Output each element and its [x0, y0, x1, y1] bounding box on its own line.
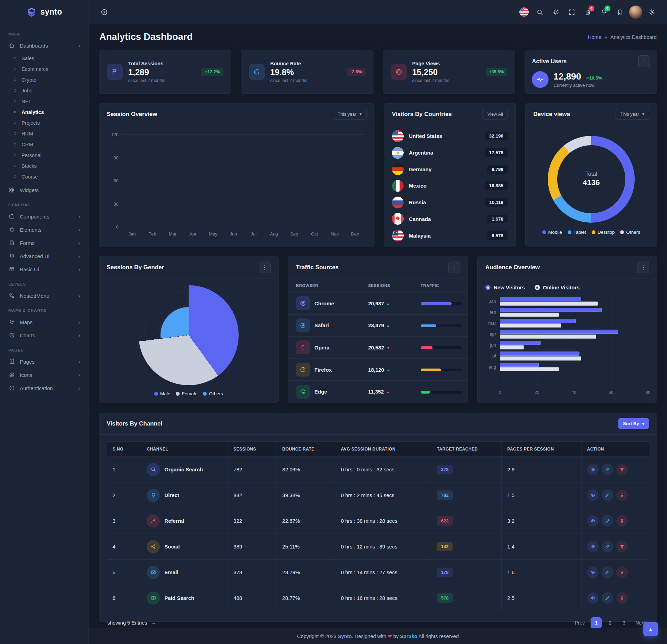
sidebar-item-elements[interactable]: Elements›: [5, 223, 84, 236]
fullscreen-button[interactable]: [565, 5, 579, 19]
synto-link[interactable]: Synto: [338, 634, 352, 639]
session-range-select[interactable]: This year▾: [333, 109, 367, 119]
action-cell: [581, 508, 649, 534]
target-cell: 142: [431, 534, 502, 560]
view-button[interactable]: [587, 464, 599, 475]
view-all-button[interactable]: View All: [483, 109, 508, 119]
logo[interactable]: synto: [0, 0, 89, 24]
country-row-mx[interactable]: Mexico16,885: [392, 180, 508, 192]
sidebar-item-components[interactable]: Components›: [5, 210, 84, 223]
legend-online-visitors[interactable]: Online Visitors: [535, 284, 580, 290]
sidebar-toggle-button[interactable]: [97, 5, 111, 19]
ru-flag-icon: [392, 197, 404, 208]
delete-button[interactable]: [616, 592, 628, 604]
theme-toggle-button[interactable]: [549, 5, 563, 19]
sort-by-button[interactable]: Sort By▾: [618, 418, 649, 429]
nav-section-label: MAPS & CHARTS: [8, 308, 80, 313]
pagination-page-3[interactable]: 3: [618, 617, 629, 628]
breadcrumb-home-link[interactable]: Home: [588, 34, 601, 40]
nav-section-label: LEVELS: [8, 282, 80, 286]
cart-button[interactable]: 4: [581, 5, 595, 19]
language-button[interactable]: [517, 5, 531, 19]
edit-button[interactable]: [602, 592, 613, 604]
sidebar: synto MAINDashboards›SalesEcommerceCrypt…: [0, 0, 89, 644]
view-button[interactable]: [587, 541, 599, 552]
sidebar-item-basic-ui[interactable]: Basic Ui›: [5, 263, 84, 276]
country-row-ca[interactable]: Cannada1,678: [392, 213, 508, 225]
sidebar-item-authentication[interactable]: Authentication›: [5, 381, 84, 395]
pagination-page-2[interactable]: 2: [604, 617, 616, 628]
kebab-menu-icon[interactable]: ⋮: [638, 55, 650, 67]
progress-fill: [421, 346, 433, 349]
device-range-select[interactable]: This year▾: [616, 109, 649, 119]
sidebar-item-icons[interactable]: Icons›: [5, 368, 84, 381]
kebab-menu-icon[interactable]: ⋮: [448, 262, 460, 273]
sidebar-subitem-course[interactable]: Course: [10, 171, 84, 182]
progress-track: [421, 346, 462, 349]
bar: [500, 335, 596, 339]
sidebar-subitem-sales[interactable]: Sales: [10, 53, 84, 64]
legend-new-visitors[interactable]: New Visitors: [485, 284, 525, 290]
delete-button[interactable]: [616, 541, 628, 552]
chevron-right-icon: ›: [78, 293, 80, 299]
sidebar-subitem-hrm[interactable]: HRM: [10, 128, 84, 139]
edit-button[interactable]: [602, 489, 613, 501]
pagination-page-1[interactable]: 1: [591, 617, 602, 628]
search-button[interactable]: [533, 5, 547, 19]
edit-button[interactable]: [602, 515, 613, 527]
sidebar-subitem-ecommerce[interactable]: Ecommerce: [10, 64, 84, 74]
view-button[interactable]: [587, 567, 599, 578]
view-button[interactable]: [587, 489, 599, 501]
settings-button[interactable]: [645, 5, 659, 19]
sidebar-subitem-nft[interactable]: NFT: [10, 96, 84, 107]
view-button[interactable]: [587, 592, 599, 604]
sidebar-item-maps[interactable]: Maps›: [5, 315, 84, 329]
sidebar-subitem-projects[interactable]: Projects: [10, 117, 84, 128]
ca-flag-icon: [392, 213, 404, 225]
edit-button[interactable]: [602, 464, 613, 475]
sidebar-item-charts[interactable]: Charts›: [5, 329, 84, 342]
sidebar-subitem-crypto[interactable]: Crypto: [10, 74, 84, 85]
view-button[interactable]: [587, 515, 599, 527]
country-name: Cannada: [409, 216, 431, 222]
chevron-right-icon: ›: [78, 385, 80, 391]
delete-button[interactable]: [616, 464, 628, 475]
country-row-my[interactable]: Malaysia6,578: [392, 230, 508, 241]
delete-button[interactable]: [616, 567, 628, 578]
delete-button[interactable]: [616, 515, 628, 527]
email-icon: [147, 566, 160, 579]
sidebar-item-widgets[interactable]: Widgets: [5, 183, 84, 197]
sidebar-item-nestedmenu[interactable]: NestedMenu›: [5, 289, 84, 302]
notifications-button[interactable]: 4: [597, 5, 611, 19]
spruko-link[interactable]: Spruko: [400, 634, 417, 639]
sidebar-item-advanced-ui[interactable]: Advanced Ui›: [5, 249, 84, 263]
sidebar-subitem-analytics[interactable]: Analytics: [10, 107, 84, 117]
sidebar-item-dashboards[interactable]: Dashboards›: [5, 39, 84, 52]
audience-chart: Janfebmaraprjunjulaug: [484, 295, 648, 388]
bullet-icon: [14, 111, 16, 113]
sidebar-item-forms[interactable]: Forms›: [5, 236, 84, 249]
pagination-prev[interactable]: Prev: [571, 617, 588, 628]
audience-row-apr: apr: [484, 329, 648, 339]
edit-button[interactable]: [602, 541, 613, 552]
country-row-us[interactable]: United States32,190: [392, 130, 508, 142]
sidebar-item-pages[interactable]: Pages›: [5, 355, 84, 368]
bounce-rate-cell: 22.67%: [277, 508, 335, 534]
country-value: 16,885: [485, 181, 508, 190]
sidebar-subitem-stocks[interactable]: Stocks: [10, 160, 84, 171]
country-row-ar[interactable]: Argentina17,578: [392, 147, 508, 159]
sidebar-subitem-crm[interactable]: CRM: [10, 139, 84, 150]
stat-value: 19.8%: [270, 67, 341, 77]
kebab-menu-icon[interactable]: ⋮: [259, 262, 271, 273]
country-row-de[interactable]: Germany8,798: [392, 163, 508, 175]
scroll-to-top-button[interactable]: ▲: [643, 622, 658, 636]
edit-button[interactable]: [602, 567, 613, 578]
duration-cell: 0 hrs : 0 mins : 32 secs: [335, 457, 431, 482]
sidebar-subitem-jobs[interactable]: Jobs: [10, 85, 84, 96]
bookmark-button[interactable]: [613, 5, 627, 19]
delete-button[interactable]: [616, 489, 628, 501]
country-row-ru[interactable]: Russia10,118: [392, 197, 508, 208]
kebab-menu-icon[interactable]: ⋮: [637, 262, 649, 273]
sidebar-subitem-personal[interactable]: Personal: [10, 150, 84, 160]
profile-button[interactable]: [629, 5, 643, 19]
